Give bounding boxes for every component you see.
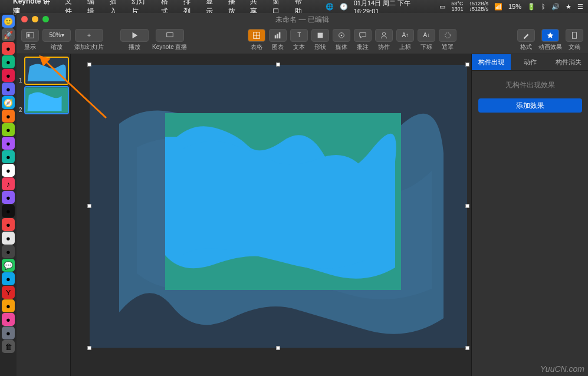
slide[interactable] — [90, 65, 467, 348]
dock-app-icon[interactable]: ● — [2, 313, 15, 326]
toolbar-mask-button[interactable]: 遮罩 — [439, 29, 456, 51]
slide-canvas[interactable] — [71, 54, 471, 376]
toolbar-play-button[interactable]: 播放 — [120, 29, 149, 51]
dock-app-icon[interactable]: ● — [2, 69, 15, 82]
status-display-icon[interactable]: ▭ — [439, 3, 445, 11]
dock-app-icon[interactable]: ● — [2, 123, 15, 136]
status-network: ↑512B/s ↓512B/s — [469, 1, 488, 12]
toolbar-shape-button[interactable]: 形状 — [311, 29, 329, 51]
dock-trash-icon[interactable]: 🗑 — [2, 340, 15, 353]
status-datetime[interactable]: 01月14日 周二 下午16:29:01 — [354, 0, 434, 15]
svg-point-13 — [445, 32, 451, 38]
toolbar-format-button[interactable]: 格式 — [517, 29, 535, 51]
macos-menubar: Keynote 讲演 文件 编辑 插入 幻灯片 格式 排列 显示 播放 共享 窗… — [0, 0, 588, 13]
dock-safari-icon[interactable]: 🧭 — [2, 96, 15, 109]
resize-handle[interactable] — [276, 346, 280, 350]
keynote-window: 未命名 — 已编辑 显示 50% ▾ 缩放 ＋ 添加幻灯片 播放 Keynote… — [17, 13, 588, 376]
inspector-tab-action[interactable]: 动作 — [511, 54, 550, 71]
inspector-tab-build-out[interactable]: 构件消失 — [549, 54, 588, 71]
dock-yandex-icon[interactable]: Y — [2, 286, 15, 299]
status-globe-icon[interactable]: 🌐 — [326, 3, 334, 11]
status-wifi-icon[interactable]: 📶 — [494, 3, 502, 11]
toolbar-add-slide-button[interactable]: ＋ 添加幻灯片 — [74, 29, 104, 51]
inspector-panel: 构件出现 动作 构件消失 无构件出现效果 添加效果 — [471, 54, 588, 376]
status-battery-pct: 15% — [508, 3, 521, 10]
toolbar-view-button[interactable]: 显示 — [21, 29, 39, 51]
add-effect-button[interactable]: 添加效果 — [478, 98, 582, 113]
status-star-icon[interactable]: ★ — [566, 3, 571, 11]
dock-app-icon[interactable]: ● — [2, 299, 15, 312]
status-volume-icon[interactable]: 🔊 — [551, 3, 560, 11]
svg-rect-2 — [166, 32, 173, 37]
resize-handle[interactable] — [276, 62, 280, 67]
svg-rect-9 — [318, 32, 323, 38]
status-temp: 58°C 1301 — [451, 1, 463, 12]
toolbar-zoom-select[interactable]: 50% ▾ 缩放 — [42, 29, 71, 51]
dock-app-icon[interactable]: ● — [2, 83, 15, 95]
dock-app-icon[interactable]: ● — [2, 245, 15, 258]
toolbar-media-button[interactable]: 媒体 — [333, 29, 350, 51]
toolbar-chart-button[interactable]: 图表 — [269, 29, 287, 51]
resize-handle[interactable] — [465, 62, 469, 67]
dock-app-icon[interactable]: ● — [2, 110, 15, 123]
svg-point-11 — [341, 34, 343, 36]
slide-thumbnail-1[interactable]: 1 — [19, 58, 68, 84]
toolbar-animate-button[interactable]: 动画效果 — [538, 29, 562, 51]
toolbar-text-button[interactable]: T 文本 — [290, 29, 308, 51]
svg-rect-8 — [279, 32, 281, 38]
status-bluetooth-icon[interactable]: ᛒ — [541, 3, 546, 10]
toolbar-collaborate-button[interactable]: 协作 — [375, 29, 393, 51]
toolbar-keynote-live-button[interactable]: Keynote 直播 — [152, 29, 187, 51]
toolbar-comment-button[interactable]: 批注 — [354, 29, 372, 51]
dock-app-icon[interactable]: ● — [2, 42, 15, 55]
dock-app-icon[interactable]: ● — [2, 205, 15, 217]
dock-music-icon[interactable]: ♪ — [2, 177, 15, 190]
dock-app-icon[interactable]: ● — [2, 137, 15, 150]
resize-handle[interactable] — [87, 62, 91, 67]
dock-app-icon[interactable]: ● — [2, 164, 15, 177]
macos-dock: 🙂 🚀 ● ● ● ● 🧭 ● ● ● ● ● ♪ ● ● ● ● ● 💬 ● … — [0, 13, 17, 376]
window-minimize-button[interactable] — [32, 16, 38, 22]
toolbar-superscript-button[interactable]: A↑ 上标 — [396, 29, 414, 51]
dock-app-icon[interactable]: ● — [2, 191, 15, 204]
map-foreground-image — [165, 113, 401, 290]
status-battery-icon[interactable]: 🔋 — [527, 3, 536, 11]
watermark: YuuCN.com — [540, 364, 584, 374]
svg-rect-1 — [28, 34, 30, 37]
slide-thumbnail-2[interactable]: 2 — [19, 87, 68, 113]
window-close-button[interactable] — [21, 16, 28, 22]
dock-launchpad-icon[interactable]: 🚀 — [2, 28, 15, 41]
svg-point-12 — [383, 32, 386, 35]
svg-rect-14 — [573, 32, 577, 38]
dock-finder-icon[interactable]: 🙂 — [2, 15, 15, 28]
status-clock-icon[interactable]: 🕐 — [340, 3, 348, 11]
resize-handle[interactable] — [87, 204, 91, 208]
dock-app-icon[interactable]: ● — [2, 272, 15, 285]
dock-app-icon[interactable]: ● — [2, 150, 15, 163]
inspector-tab-build-in[interactable]: 构件出现 — [472, 54, 511, 71]
status-menu-icon[interactable]: ☰ — [577, 3, 583, 11]
slide-navigator[interactable]: 1 2 — [17, 54, 71, 376]
toolbar: 显示 50% ▾ 缩放 ＋ 添加幻灯片 播放 Keynote 直播 表格 图表 — [17, 26, 588, 54]
toolbar-table-button[interactable]: 表格 — [248, 29, 265, 51]
resize-handle[interactable] — [465, 204, 469, 208]
svg-rect-7 — [277, 34, 279, 38]
window-title: 未命名 — 已编辑 — [275, 15, 329, 25]
window-titlebar[interactable]: 未命名 — 已编辑 — [17, 13, 588, 26]
dock-app-icon[interactable]: ● — [2, 232, 15, 245]
toolbar-subscript-button[interactable]: A↓ 下标 — [418, 29, 435, 51]
dock-app-icon[interactable]: ● — [2, 55, 15, 68]
toolbar-document-button[interactable]: 文稿 — [566, 29, 583, 51]
dock-app-icon[interactable]: ● — [2, 218, 15, 231]
resize-handle[interactable] — [465, 346, 469, 350]
selected-shape[interactable] — [165, 113, 401, 290]
dock-app-icon[interactable]: ● — [2, 326, 15, 339]
svg-rect-6 — [275, 35, 277, 38]
dock-wechat-icon[interactable]: 💬 — [2, 259, 15, 272]
resize-handle[interactable] — [87, 346, 91, 350]
window-maximize-button[interactable] — [42, 16, 49, 22]
inspector-empty-message: 无构件出现效果 — [505, 80, 555, 90]
